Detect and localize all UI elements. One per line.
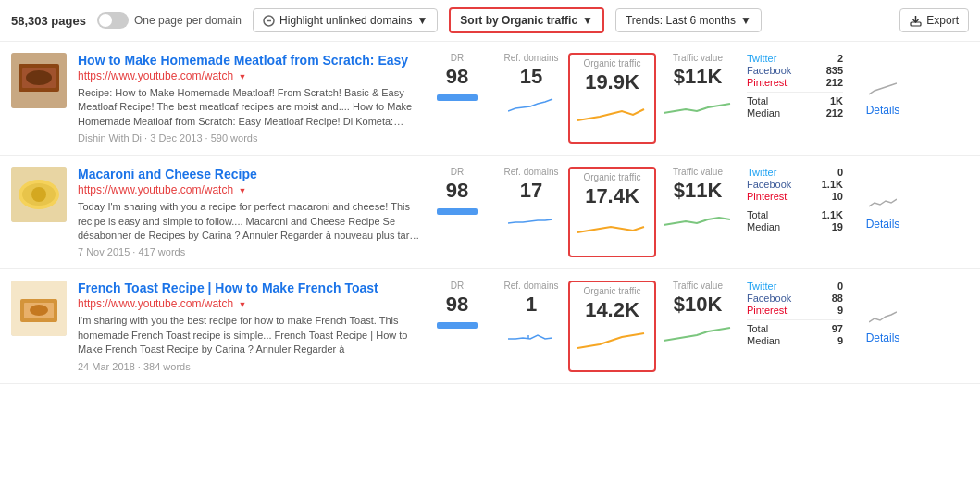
thumbnail-3 (11, 281, 67, 336)
facebook-label-2: Facebook (747, 179, 791, 190)
traffic-value-3: $10K (674, 293, 723, 317)
ref-label-3: Ref. domains (504, 281, 559, 291)
social-twitter-3: Twitter 0 (747, 281, 843, 292)
organic-col-1: Organic traffic 19.9K (568, 53, 656, 144)
social-col-1: Twitter 2 Facebook 835 Pinterest 212 Tot… (739, 53, 850, 144)
median-val-1: 212 (826, 107, 843, 119)
table-row: How to Make Homemade Meatloaf from Scrat… (0, 42, 980, 156)
sort-btn[interactable]: Sort by Organic traffic ▼ (449, 7, 604, 33)
ref-label-1: Ref. domains (504, 53, 559, 63)
pinterest-val-3: 9 (837, 305, 843, 316)
result-desc-3: I'm sharing with you the best recipe for… (78, 314, 420, 356)
pinterest-val-2: 10 (832, 191, 843, 202)
social-pinterest-2: Pinterest 10 (747, 191, 843, 202)
result-title-2[interactable]: Macaroni and Cheese Recipe (78, 167, 420, 181)
traffic-label-1: Traffic value (673, 53, 723, 63)
ref-value-1: 15 (520, 65, 542, 89)
trends-chevron: ▼ (740, 14, 751, 27)
trend-icon-3 (869, 307, 897, 326)
highlight-btn-label: Highlight unlinked domains (279, 14, 412, 27)
sort-chevron: ▼ (582, 14, 593, 27)
dr-value-2: 98 (446, 179, 468, 203)
toolbar: 58,303 pages One page per domain Highlig… (0, 0, 980, 42)
organic-value-2: 17.4K (585, 184, 639, 208)
result-desc-1: Recipe: How to Make Homemade Meatloaf! F… (78, 86, 420, 129)
social-pinterest-3: Pinterest 9 (747, 305, 843, 316)
toggle-label: One page per domain (134, 14, 242, 27)
ref-label-2: Ref. domains (504, 167, 559, 177)
social-median-1: Median 212 (747, 107, 843, 119)
dr-bar-1 (437, 94, 478, 101)
traffic-chart-2 (664, 208, 733, 234)
result-meta-1: Dishin With Di · 3 Dec 2013 · 590 words (78, 132, 420, 144)
organic-chart-1 (577, 100, 647, 126)
median-label-2: Median (747, 221, 780, 232)
details-btn-2[interactable]: Details (866, 218, 900, 231)
result-meta-3: 24 Mar 2018 · 384 words (78, 361, 420, 372)
twitter-label-3: Twitter (747, 281, 776, 292)
trends-btn[interactable]: Trends: Last 6 months ▼ (615, 8, 762, 32)
details-col-3: Details (850, 281, 915, 371)
social-col-3: Twitter 0 Facebook 88 Pinterest 9 Total … (739, 281, 850, 371)
dr-label-2: DR (451, 167, 464, 177)
dr-col-2: DR 98 (420, 167, 494, 257)
result-info-1: How to Make Homemade Meatloaf from Scrat… (78, 53, 420, 144)
median-val-3: 9 (837, 335, 843, 346)
dr-value-3: 98 (446, 293, 468, 317)
pinterest-label-1: Pinterest (747, 77, 787, 88)
social-pinterest-1: Pinterest 212 (747, 77, 843, 88)
traffic-value-2: $11K (674, 179, 723, 203)
result-meta-2: 7 Nov 2015 · 417 words (78, 246, 420, 257)
export-icon (910, 15, 922, 27)
trends-btn-label: Trends: Last 6 months (626, 14, 736, 27)
twitter-val-1: 2 (837, 53, 843, 64)
url-caret-3: ▼ (238, 300, 246, 309)
export-btn-label: Export (926, 14, 959, 27)
highlight-btn[interactable]: Highlight unlinked domains ▼ (253, 8, 438, 32)
traffic-label-3: Traffic value (673, 281, 723, 291)
result-url-1: https://www.youtube.com/watch ▼ (78, 69, 420, 82)
median-val-2: 19 (832, 221, 843, 232)
facebook-val-2: 1.1K (822, 179, 843, 190)
pages-count: 58,303 pages (11, 14, 86, 28)
details-btn-3[interactable]: Details (866, 331, 900, 344)
export-btn[interactable]: Export (899, 8, 969, 32)
result-info-2: Macaroni and Cheese Recipe https://www.y… (78, 167, 420, 257)
social-total-2: Total 1.1K (747, 209, 843, 220)
facebook-label-3: Facebook (747, 293, 791, 304)
details-col-2: Details (850, 167, 915, 257)
twitter-val-3: 0 (837, 281, 843, 292)
social-total-3: Total 97 (747, 323, 843, 334)
twitter-label-2: Twitter (747, 167, 776, 178)
url-caret-2: ▼ (238, 186, 246, 195)
link-icon (263, 15, 275, 27)
details-btn-1[interactable]: Details (866, 104, 900, 117)
highlight-chevron: ▼ (416, 14, 428, 27)
thumbnail-1 (11, 53, 67, 108)
pinterest-val-1: 212 (826, 77, 843, 88)
traffic-value-1: $11K (674, 65, 723, 89)
social-facebook-3: Facebook 88 (747, 293, 843, 304)
dr-value-1: 98 (446, 65, 468, 89)
thumb-img-3 (11, 281, 67, 336)
result-title-3[interactable]: French Toast Recipe | How to Make French… (78, 281, 420, 295)
traffic-label-2: Traffic value (673, 167, 723, 177)
dr-col-1: DR 98 (420, 53, 494, 144)
organic-value-1: 19.9K (585, 70, 639, 94)
result-url-2: https://www.youtube.com/watch ▼ (78, 183, 420, 196)
ref-col-2: Ref. domains 17 (494, 167, 568, 257)
results-list: How to Make Homemade Meatloaf from Scrat… (0, 42, 980, 384)
table-row: French Toast Recipe | How to Make French… (0, 269, 980, 383)
twitter-val-2: 0 (837, 167, 843, 178)
one-page-toggle[interactable] (97, 12, 129, 29)
result-title-1[interactable]: How to Make Homemade Meatloaf from Scrat… (78, 53, 420, 68)
social-facebook-1: Facebook 835 (747, 65, 843, 76)
thumbnail-2 (11, 167, 67, 222)
total-label-2: Total (747, 209, 768, 220)
ref-bar-3 (508, 322, 554, 343)
organic-col-2: Organic traffic 17.4K (568, 167, 656, 257)
total-val-2: 1.1K (822, 209, 843, 220)
pinterest-label-2: Pinterest (747, 191, 787, 202)
traffic-chart-3 (664, 322, 733, 348)
traffic-chart-1 (664, 94, 733, 120)
